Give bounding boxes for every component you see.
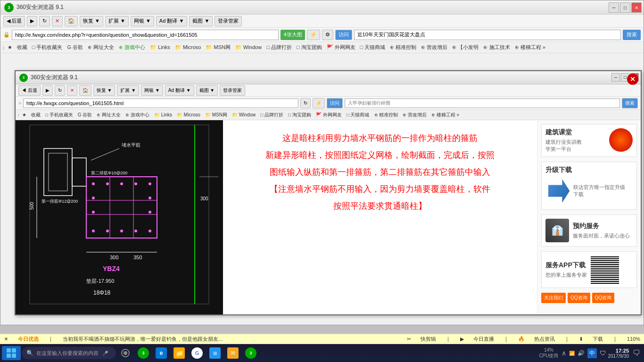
stop-button[interactable]: ✕ bbox=[52, 16, 63, 26]
bookmark-tax[interactable]: ⊕ 营改增后 bbox=[419, 43, 449, 52]
bookmark-invention[interactable]: ⊕ 【小发明 bbox=[450, 43, 480, 52]
inner-bookmark-shoucan[interactable]: 收藏 bbox=[29, 111, 42, 119]
inner-bookmark-precision[interactable]: ⊕ 精准控制 bbox=[372, 111, 400, 119]
netbank-button[interactable]: 网银 ▼ bbox=[131, 16, 154, 26]
refresh-button[interactable]: ↻ bbox=[39, 16, 50, 26]
search-input[interactable] bbox=[354, 30, 621, 40]
bookmark-stairs[interactable]: ⊕ 楼梯工程 » bbox=[513, 43, 547, 52]
taskbar-app-app2[interactable]: ✉ bbox=[224, 345, 241, 362]
four-big-btn[interactable]: 4张大图 bbox=[281, 30, 305, 40]
taskbar-app-cortana[interactable] bbox=[117, 345, 134, 362]
inner-refresh-button[interactable]: ↻ bbox=[55, 85, 65, 96]
qq-consult-btn2[interactable]: QQ咨询 bbox=[592, 293, 615, 303]
taskbar-app-edge[interactable]: e bbox=[153, 345, 170, 362]
restore-button[interactable]: 恢复 ▼ bbox=[80, 16, 103, 26]
address-input[interactable] bbox=[12, 30, 279, 40]
screenshot-button[interactable]: 截图 ▼ bbox=[189, 16, 213, 26]
inner-refresh-addr-btn[interactable]: ↻ bbox=[300, 98, 311, 108]
taskbar-app-browser2[interactable]: 3 bbox=[242, 345, 259, 362]
taskbar-app-explorer[interactable]: 📁 bbox=[171, 345, 188, 362]
notif-hotspot[interactable]: 热点资讯 bbox=[534, 336, 555, 343]
login-button[interactable]: 登录管家 bbox=[215, 16, 242, 26]
inner-bolt-btn[interactable]: ⚡ bbox=[313, 98, 325, 108]
taskbar-app-app1[interactable]: ⊞ bbox=[206, 345, 223, 362]
forward-button[interactable]: ▶ bbox=[27, 16, 37, 26]
taskbar-app-360[interactable]: 3 bbox=[135, 345, 152, 362]
start-button[interactable] bbox=[2, 346, 21, 360]
inner-bookmark-links[interactable]: 📁 Links bbox=[152, 111, 174, 118]
bookmark-msn[interactable]: 📁 MSN网 bbox=[204, 43, 232, 52]
inner-bookmark-taobao[interactable]: □ 淘宝团购 bbox=[286, 111, 313, 119]
notif-item2[interactable]: 当初我哥不喝酒不抽烟不玩网游，唯一爱好是钓鱼，但是他跟女朋友... bbox=[63, 336, 223, 343]
back-button[interactable]: ◀后退 bbox=[3, 16, 25, 26]
bookmark-phone[interactable]: □ 手机收藏夹 bbox=[30, 43, 65, 52]
bookmark-shoucan[interactable]: 收藏 bbox=[15, 43, 29, 52]
taskbar-search[interactable]: 🔍 在这里输入你要搜索的内容 🎤 bbox=[22, 347, 116, 359]
inner-bookmark-brand[interactable]: □ 品牌打折 bbox=[258, 111, 285, 119]
follow-us-btn[interactable]: 关注我们 bbox=[541, 293, 566, 303]
inner-minimize-button[interactable]: ─ bbox=[611, 73, 620, 82]
minimize-button[interactable]: ─ bbox=[609, 2, 619, 13]
expand-button[interactable]: 扩展 ▼ bbox=[105, 16, 129, 26]
inner-address-input[interactable] bbox=[23, 99, 298, 108]
inner-translate-button[interactable]: Ad 翻译 ▼ bbox=[165, 85, 194, 96]
inner-bookmark-msn[interactable]: 📁 MSN网 bbox=[203, 111, 229, 119]
inner-stop-button[interactable]: ✕ bbox=[67, 85, 77, 96]
inner-back-button[interactable]: ◀ 后退 bbox=[18, 85, 41, 96]
inner-visit-btn[interactable]: 访问 bbox=[327, 98, 343, 108]
bookmark-tmall[interactable]: □ 天猫商城 bbox=[358, 43, 388, 52]
notif-download[interactable]: 下载 bbox=[593, 336, 603, 343]
bookmark-window[interactable]: 📁 Window bbox=[233, 43, 264, 51]
sidebar-card-upgrade[interactable]: 升级下载 联达官方唯一指定升级下载 bbox=[541, 162, 637, 210]
bookmarks-toggle[interactable]: › bbox=[2, 44, 5, 51]
bookmark-games[interactable]: ⊕ 游戏中心 bbox=[117, 43, 147, 52]
inner-home-button[interactable]: 🏠 bbox=[79, 85, 91, 96]
taskbar-app-google[interactable]: G bbox=[189, 345, 206, 362]
inner-bookmark-window[interactable]: 📁 Window bbox=[230, 111, 257, 118]
tray-lang[interactable]: 中 bbox=[587, 348, 597, 358]
inner-search-button[interactable]: 搜索 bbox=[622, 98, 638, 108]
inner-login-button[interactable]: 登录管家 bbox=[220, 85, 245, 96]
inner-search-input[interactable] bbox=[345, 99, 620, 108]
notif-kuaijianji[interactable]: 快剪辑 bbox=[421, 336, 436, 343]
inner-netbank-button[interactable]: 网银 ▼ bbox=[141, 85, 163, 96]
bookmark-foreign[interactable]: 🚩 外网网友 bbox=[325, 43, 357, 52]
system-clock[interactable]: 17:25 2017/9/30 bbox=[608, 348, 629, 359]
home-button[interactable]: 🏠 bbox=[65, 16, 78, 26]
bookmark-construction[interactable]: ⊕ 施工技术 bbox=[481, 43, 512, 52]
bookmark-brand[interactable]: □ 品牌打折 bbox=[264, 43, 294, 52]
bookmark-google[interactable]: G 谷歌 bbox=[65, 43, 85, 52]
bookmark-precision[interactable]: ⊕ 精准控制 bbox=[388, 43, 418, 52]
bookmark-taobao[interactable]: □ 淘宝团购 bbox=[295, 43, 324, 52]
settings-btn[interactable]: ⚙ bbox=[322, 30, 333, 40]
inner-screenshot-button[interactable]: 截图 ▼ bbox=[196, 85, 218, 96]
inner-bookmark-foreign[interactable]: 🚩 外网网友 bbox=[314, 111, 344, 119]
tray-notifications[interactable]: 🗨 bbox=[633, 349, 640, 357]
inner-bookmark-games[interactable]: ⊕ 游戏中心 bbox=[124, 111, 151, 119]
notif-jinri[interactable]: 今日直播 bbox=[473, 336, 494, 343]
inner-bookmark-tmall[interactable]: □ 天猫商城 bbox=[345, 111, 372, 119]
bookmark-microso[interactable]: 📁 Microso bbox=[173, 43, 203, 51]
bookmark-urls[interactable]: ⊕ 网址大全 bbox=[86, 43, 116, 52]
inner-close-button[interactable]: ✕ bbox=[627, 74, 638, 85]
visit-btn[interactable]: 访问 bbox=[335, 30, 352, 40]
inner-bookmark-stairs[interactable]: ⊕ 楼梯工程 » bbox=[429, 111, 461, 119]
maximize-button[interactable]: □ bbox=[620, 2, 630, 13]
inner-expand-button[interactable]: 扩展 ▼ bbox=[117, 85, 139, 96]
notif-item1[interactable]: 今日优选 bbox=[18, 336, 39, 343]
translate-button[interactable]: Ad 翻译 ▼ bbox=[156, 16, 187, 26]
inner-bookmark-microso[interactable]: 📁 Microso bbox=[175, 111, 202, 118]
tray-volume[interactable]: 🔊 bbox=[578, 350, 585, 356]
inner-bookmarks-toggle[interactable]: › bbox=[17, 112, 19, 118]
inner-forward-button[interactable]: ▶ bbox=[42, 85, 53, 96]
inner-bookmark-phone[interactable]: □ 手机收藏夹 bbox=[43, 111, 75, 119]
sidebar-card-service[interactable]: 👔 预约服务 服务面对面，承诺心连心 bbox=[541, 214, 637, 247]
inner-bookmark-urls[interactable]: ⊕ 网址大全 bbox=[95, 111, 123, 119]
inner-restore-button[interactable]: 恢复 ▼ bbox=[93, 85, 116, 96]
inner-bookmark-google[interactable]: G 谷歌 bbox=[76, 111, 94, 119]
bookmark-links[interactable]: 📁 Links bbox=[148, 43, 172, 51]
sidebar-card-app[interactable]: 服务APP下载 您的掌上服务专家 bbox=[541, 251, 637, 288]
bolt-btn[interactable]: ⚡ bbox=[307, 30, 320, 40]
inner-bookmark-tax[interactable]: ⊕ 营改增后 bbox=[401, 111, 429, 119]
tray-arrow-up[interactable]: ∧ bbox=[561, 349, 566, 357]
